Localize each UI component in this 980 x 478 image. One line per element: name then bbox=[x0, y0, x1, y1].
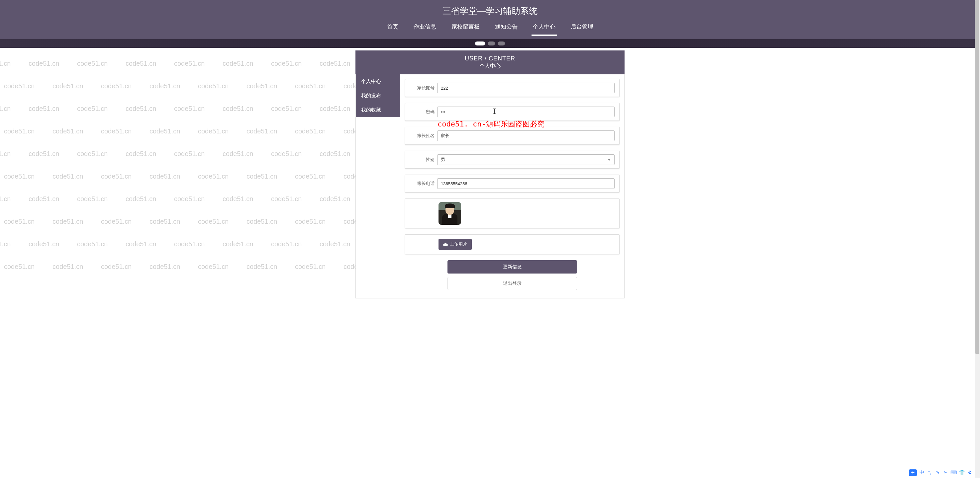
scrollbar-track[interactable] bbox=[975, 0, 980, 299]
sidebar-item-favorites[interactable]: 我的收藏 bbox=[356, 103, 400, 117]
upload-button[interactable]: 上传图片 bbox=[439, 239, 472, 250]
input-name[interactable] bbox=[437, 130, 614, 141]
form-area: 家长账号 密码 家长姓名 性别 男 家长电话 bbox=[400, 75, 624, 298]
logout-row: 退出登录 bbox=[405, 277, 620, 290]
nav-admin[interactable]: 后台管理 bbox=[570, 21, 595, 36]
upload-button-label: 上传图片 bbox=[450, 241, 467, 247]
nav-announcement[interactable]: 通知公告 bbox=[494, 21, 519, 36]
panel-header: USER / CENTER 个人中心 bbox=[355, 51, 625, 75]
sidebar-item-posts[interactable]: 我的发布 bbox=[356, 89, 400, 103]
nav-home[interactable]: 首页 bbox=[386, 21, 399, 36]
label-gender: 性别 bbox=[410, 157, 437, 163]
sidebar: 个人中心 我的发布 我的收藏 bbox=[356, 75, 400, 298]
field-gender: 性别 男 bbox=[405, 151, 620, 168]
logout-button[interactable]: 退出登录 bbox=[447, 277, 577, 290]
nav-homework[interactable]: 作业信息 bbox=[412, 21, 438, 36]
update-button[interactable]: 更新信息 bbox=[447, 260, 577, 273]
field-account: 家长账号 bbox=[405, 79, 620, 97]
carousel-dot-2[interactable] bbox=[488, 41, 495, 46]
nav-user-center[interactable]: 个人中心 bbox=[531, 21, 557, 36]
text-cursor-icon bbox=[494, 108, 495, 114]
cloud-upload-icon bbox=[443, 243, 448, 246]
upload-card: 上传图片 bbox=[405, 234, 620, 254]
field-name: 家长姓名 bbox=[405, 127, 620, 145]
label-password: 密码 bbox=[410, 109, 437, 115]
field-phone: 家长电话 bbox=[405, 175, 620, 192]
avatar-image bbox=[439, 202, 461, 225]
chevron-down-icon bbox=[608, 159, 611, 160]
sidebar-item-profile[interactable]: 个人中心 bbox=[356, 75, 400, 89]
main-nav: 首页 作业信息 家校留言板 通知公告 个人中心 后台管理 bbox=[0, 21, 980, 39]
label-phone: 家长电话 bbox=[410, 181, 437, 187]
input-account[interactable] bbox=[437, 83, 614, 93]
carousel-dots bbox=[475, 41, 505, 46]
nav-message-board[interactable]: 家校留言板 bbox=[450, 21, 481, 36]
app-title: 三省学堂—学习辅助系统 bbox=[0, 0, 980, 21]
main-container: USER / CENTER 个人中心 个人中心 我的发布 我的收藏 家长账号 密… bbox=[355, 51, 625, 299]
select-gender-value: 男 bbox=[441, 157, 445, 163]
carousel-dot-1[interactable] bbox=[475, 41, 485, 46]
label-name: 家长姓名 bbox=[410, 133, 437, 139]
scrollbar-thumb[interactable] bbox=[975, 0, 979, 299]
update-row: 更新信息 bbox=[405, 260, 620, 273]
field-password: 密码 bbox=[405, 103, 620, 121]
hero-strip bbox=[0, 39, 980, 48]
panel-title-en: USER / CENTER bbox=[355, 55, 625, 62]
select-gender[interactable]: 男 bbox=[437, 154, 614, 165]
header-bar: 三省学堂—学习辅助系统 首页 作业信息 家校留言板 通知公告 个人中心 后台管理 bbox=[0, 0, 980, 39]
panel-body: 个人中心 我的发布 我的收藏 家长账号 密码 家长姓名 性别 男 bbox=[355, 75, 625, 299]
input-phone[interactable] bbox=[437, 178, 614, 189]
avatar-card bbox=[405, 199, 620, 229]
carousel-dot-3[interactable] bbox=[498, 41, 505, 46]
panel-title-zh: 个人中心 bbox=[355, 63, 625, 70]
input-password[interactable] bbox=[437, 106, 614, 117]
label-account: 家长账号 bbox=[410, 85, 437, 91]
